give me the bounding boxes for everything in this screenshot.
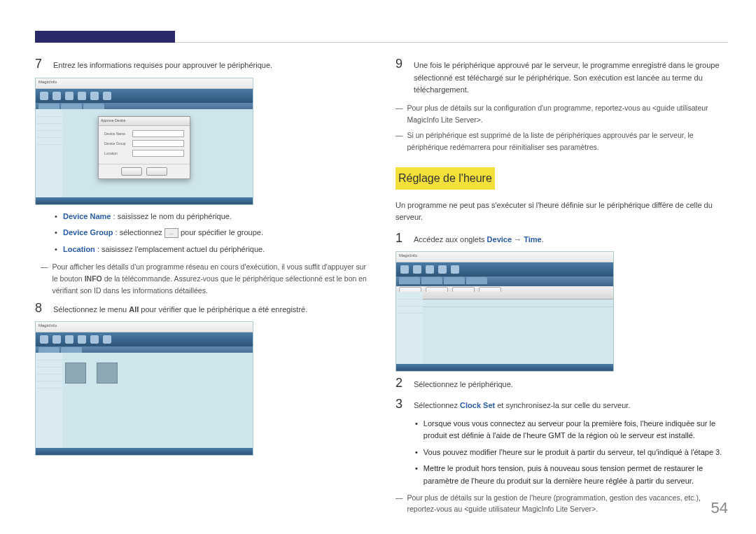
- toolbar-icon: [52, 335, 61, 344]
- ok-button[interactable]: [121, 167, 142, 176]
- term-clock-set: Clock Set: [460, 401, 495, 409]
- bullet-location: • Location : saisissez l'emplacement act…: [55, 244, 368, 256]
- app-sidebar: [396, 292, 426, 364]
- sidebar-item: [37, 354, 64, 360]
- sidebar-item: [37, 375, 64, 381]
- step-number: 2: [396, 376, 405, 391]
- device-icon[interactable]: [65, 363, 86, 384]
- approve-device-dialog: Approve Device Device Name Device Group …: [98, 116, 190, 179]
- step-7: 7 Entrez les informations requises pour …: [35, 57, 368, 72]
- bullet-device-name: • Device Name : saisissez le nom du péri…: [55, 211, 368, 223]
- text-input[interactable]: [132, 150, 184, 157]
- sidebar-item: [37, 368, 64, 374]
- step-text: Sélectionnez Clock Set et synchronisez-l…: [414, 397, 728, 412]
- bullet-modify-time: • Vous pouvez modifier l'heure sur le pr…: [415, 447, 728, 459]
- app-tabbar: [396, 276, 613, 286]
- toolbar-icon: [413, 265, 421, 274]
- tab: [444, 277, 465, 284]
- manual-page: 7 Entrez les informations requises pour …: [0, 0, 756, 534]
- step-text: Sélectionnez le menu All pour vérifier q…: [53, 301, 368, 316]
- app-titlebar: MagicInfo: [36, 322, 253, 332]
- step-number: 9: [396, 57, 405, 72]
- tab: [466, 277, 487, 284]
- sidebar-item: [37, 118, 64, 124]
- step-text: Accédez aux onglets Device → Time.: [414, 231, 728, 246]
- tab: [421, 277, 442, 284]
- toolbar-icon: [40, 92, 48, 100]
- field-label: Device Name: [104, 131, 130, 136]
- toolbar-icon: [438, 265, 447, 274]
- browse-button-icon[interactable]: ...: [164, 228, 178, 238]
- step-1: 1 Accédez aux onglets Device → Time.: [396, 231, 728, 246]
- dialog-body: Device Name Device Group Location: [99, 126, 190, 164]
- sidebar-item: [37, 111, 64, 117]
- cancel-button[interactable]: [146, 167, 167, 176]
- app-toolbar: [36, 332, 253, 346]
- sidebar-item: [37, 125, 64, 131]
- field-device-group: Device Group: [104, 140, 184, 147]
- field-label: Location: [104, 150, 130, 156]
- device-icon[interactable]: [97, 363, 118, 384]
- step-text: Entrez les informations requises pour ap…: [53, 57, 368, 72]
- step-number: 1: [396, 231, 405, 246]
- app-sidebar: [36, 353, 66, 448]
- left-column: 7 Entrez les informations requises pour …: [35, 57, 368, 519]
- sidebar-item: [398, 307, 424, 314]
- two-column-layout: 7 Entrez les informations requises pour …: [35, 57, 728, 519]
- app-statusbar: [396, 364, 613, 371]
- sidebar-item: [398, 293, 424, 300]
- text-input[interactable]: [132, 140, 184, 147]
- app-sidebar: [36, 109, 66, 197]
- page-number: 54: [711, 496, 728, 520]
- device-icons: [65, 363, 118, 384]
- app-titlebar: MagicInfo: [36, 78, 253, 89]
- app-statusbar: [36, 197, 253, 204]
- toolbar-icon: [52, 92, 61, 100]
- screenshot-time-tab: MagicInfo: [396, 251, 614, 372]
- app-statusbar: [36, 448, 253, 455]
- section-title-time: Réglage de l'heure: [396, 167, 495, 190]
- app-toolbar: [396, 262, 613, 276]
- field-description-list: • Device Name : saisissez le nom du péri…: [55, 211, 368, 256]
- right-column: 9 Une fois le périphérique approuvé par …: [396, 57, 728, 519]
- term-location: Location: [63, 245, 95, 253]
- toolbar-icon: [78, 92, 86, 100]
- term-device: Device: [487, 235, 512, 244]
- step-8: 8 Sélectionnez le menu All pour vérifier…: [35, 301, 368, 316]
- tab: [399, 277, 420, 284]
- header-accent-block: [35, 31, 175, 43]
- list-row[interactable]: [423, 300, 613, 307]
- toolbar-icon: [78, 335, 86, 344]
- field-label: Device Group: [104, 141, 130, 146]
- step-text: Une fois le périphérique approuvé par le…: [414, 57, 728, 97]
- note-config-guide: ― Pour plus de détails sur la configurat…: [396, 102, 728, 126]
- bullet-power-cycle: • Mettre le produit hors tension, puis à…: [415, 463, 728, 487]
- step-number: 3: [396, 397, 405, 412]
- device-list: [423, 292, 613, 364]
- toolbar-icon: [65, 335, 74, 344]
- section-intro: Un programme ne peut pas s'exécuter si l…: [396, 199, 728, 224]
- dialog-title: Approve Device: [99, 117, 190, 126]
- list-header: [423, 292, 613, 300]
- toolbar-icon: [426, 265, 434, 274]
- app-titlebar: MagicInfo: [396, 252, 613, 262]
- toolbar-icon: [90, 92, 99, 100]
- toolbar-icon: [40, 335, 48, 344]
- text-input[interactable]: [132, 130, 184, 137]
- screenshot-device-list: MagicInfo: [35, 321, 253, 456]
- step-9: 9 Une fois le périphérique approuvé par …: [396, 57, 728, 97]
- field-location: Location: [104, 150, 184, 157]
- sidebar-item: [398, 300, 424, 307]
- screenshot-approve-dialog: MagicInfo: [35, 78, 253, 205]
- step-text: Sélectionnez le périphérique.: [414, 376, 728, 391]
- toolbar-icon: [65, 92, 74, 100]
- sidebar-item: [37, 139, 64, 145]
- step-number: 7: [35, 57, 45, 72]
- sidebar-item: [37, 382, 64, 388]
- toolbar-icon: [103, 92, 111, 100]
- field-device-name: Device Name: [104, 130, 184, 137]
- sidebar-item: [37, 361, 64, 367]
- toolbar-icon: [103, 335, 111, 344]
- toolbar-icon: [90, 335, 99, 344]
- step-3: 3 Sélectionnez Clock Set et synchronisez…: [396, 397, 728, 412]
